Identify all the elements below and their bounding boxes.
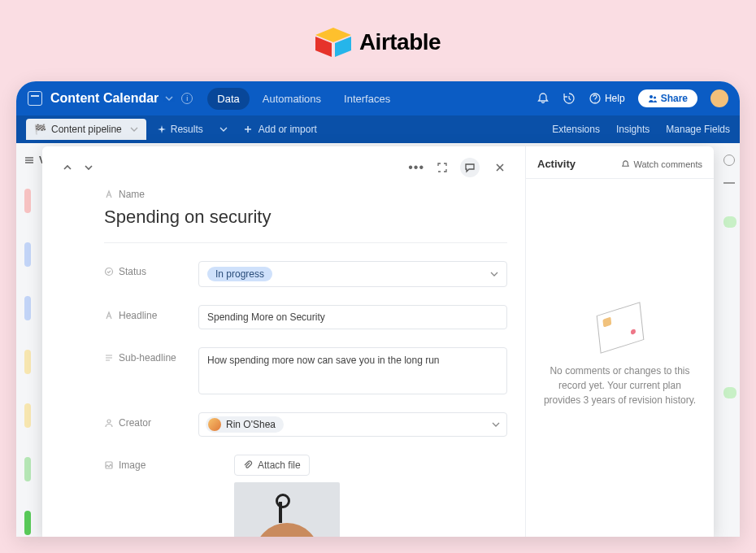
search-icon[interactable] xyxy=(723,155,735,166)
plus-icon xyxy=(244,125,252,133)
name-field-label: Name xyxy=(104,189,507,200)
chevron-down-icon[interactable] xyxy=(219,125,228,133)
airtable-logo-icon xyxy=(315,28,351,57)
svg-point-4 xyxy=(650,95,653,98)
comments-icon[interactable] xyxy=(460,158,480,177)
record-modal: ••• Name xyxy=(42,146,714,537)
link-insights[interactable]: Insights xyxy=(616,124,650,135)
toolbar-fragment xyxy=(723,182,735,184)
sub-headline-input[interactable]: How spending more now can save you in th… xyxy=(198,347,507,394)
record-detail: ••• Name xyxy=(42,146,525,537)
more-menu-button[interactable]: ••• xyxy=(408,160,424,175)
week-pill-fragment xyxy=(723,387,736,398)
headline-input[interactable]: Spending More on Security xyxy=(198,305,507,329)
user-avatar[interactable] xyxy=(710,89,728,107)
longtext-icon xyxy=(104,353,114,363)
tab-interfaces[interactable]: Interfaces xyxy=(334,88,400,110)
table-tab-row: 🏁 Content pipeline Results Add or import… xyxy=(16,115,740,143)
grid-background: V xyxy=(16,143,740,537)
creator-field-label: Creator xyxy=(104,412,198,429)
history-icon[interactable] xyxy=(563,92,576,105)
bell-icon xyxy=(621,159,630,168)
brand-name: Airtable xyxy=(359,29,441,55)
svg-point-7 xyxy=(107,420,111,423)
creator-select[interactable]: Rin O'Shea xyxy=(198,412,507,437)
creator-chip: Rin O'Shea xyxy=(206,416,284,433)
help-link[interactable]: Help xyxy=(589,92,625,105)
divider xyxy=(104,242,507,243)
status-select[interactable]: In progress xyxy=(198,261,507,287)
week-pill-fragment xyxy=(723,216,736,228)
attach-file-button[interactable]: Attach file xyxy=(234,455,310,476)
row-color-stripes xyxy=(24,189,31,535)
activity-panel: Activity Watch comments No comments or c… xyxy=(525,146,714,537)
prev-record-button[interactable] xyxy=(60,160,75,175)
brand-header: Airtable xyxy=(315,28,441,57)
creator-avatar xyxy=(208,418,221,431)
bell-icon[interactable] xyxy=(537,92,550,105)
help-icon xyxy=(589,92,602,105)
info-icon[interactable]: i xyxy=(181,93,193,104)
people-icon xyxy=(648,94,658,103)
record-title[interactable]: Spending on security xyxy=(104,207,507,228)
watch-comments-button[interactable]: Watch comments xyxy=(621,159,702,169)
text-icon xyxy=(104,311,114,320)
sparkle-icon xyxy=(158,125,166,133)
status-field-label: Status xyxy=(104,261,198,277)
chevron-down-icon[interactable] xyxy=(130,125,138,133)
link-manage-fields[interactable]: Manage Fields xyxy=(666,124,730,135)
app-frame: Content Calendar i Data Automations Inte… xyxy=(16,81,740,537)
sub-headline-field-label: Sub-headline xyxy=(104,347,198,364)
table-tab-icon: 🏁 xyxy=(34,124,46,135)
link-extensions[interactable]: Extensions xyxy=(552,124,600,135)
add-or-import[interactable]: Add or import xyxy=(244,124,317,135)
base-name[interactable]: Content Calendar xyxy=(50,91,159,106)
close-button[interactable] xyxy=(493,160,507,175)
base-icon xyxy=(28,91,42,106)
tab-data[interactable]: Data xyxy=(207,88,249,110)
share-button[interactable]: Share xyxy=(638,89,697,107)
menu-icon[interactable] xyxy=(24,155,34,165)
chevron-down-icon xyxy=(490,270,498,278)
image-thumbnail[interactable] xyxy=(234,482,340,537)
activity-title: Activity xyxy=(537,158,576,170)
table-tab-content-pipeline[interactable]: 🏁 Content pipeline xyxy=(26,119,146,140)
text-icon xyxy=(104,189,114,199)
tab-automations[interactable]: Automations xyxy=(253,88,331,110)
select-icon xyxy=(104,267,114,276)
results-tab[interactable]: Results xyxy=(158,124,228,135)
empty-state-icon xyxy=(596,302,644,354)
top-bar: Content Calendar i Data Automations Inte… xyxy=(16,81,740,115)
top-tabs: Data Automations Interfaces xyxy=(207,88,400,110)
status-pill: In progress xyxy=(207,267,272,281)
paperclip-icon xyxy=(243,460,253,470)
chevron-down-icon xyxy=(492,420,500,429)
attachment-icon xyxy=(104,460,114,470)
activity-empty-text: No comments or changes to this record ye… xyxy=(542,364,697,407)
next-record-button[interactable] xyxy=(81,160,96,175)
headline-field-label: Headline xyxy=(104,305,198,321)
expand-icon[interactable] xyxy=(432,158,452,177)
svg-point-5 xyxy=(654,96,656,98)
chevron-down-icon[interactable] xyxy=(165,94,173,102)
image-field-label: Image xyxy=(104,455,234,471)
svg-point-6 xyxy=(106,268,113,276)
person-icon xyxy=(104,418,114,428)
